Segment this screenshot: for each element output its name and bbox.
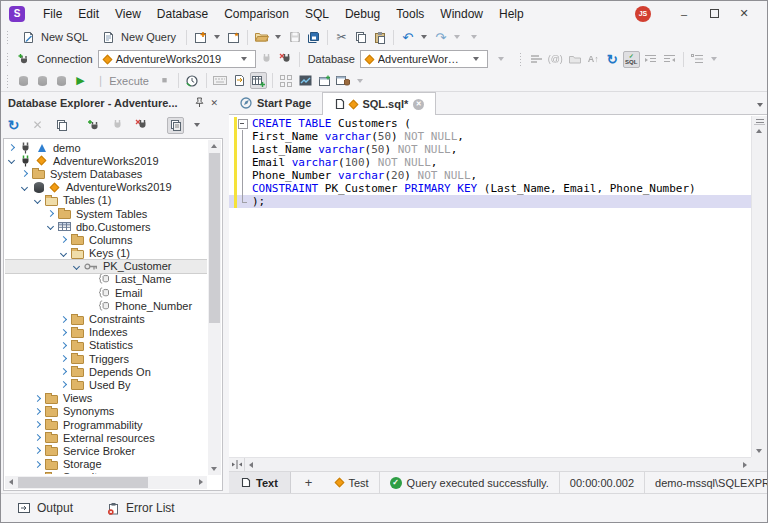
execute-button[interactable]: ❘ Execute	[91, 72, 154, 89]
delete-icon[interactable]: ✕	[29, 117, 46, 134]
chart-view-icon[interactable]	[297, 72, 314, 89]
panel-new-connection-icon[interactable]	[85, 117, 102, 134]
chevron-closed-icon[interactable]	[34, 395, 41, 402]
tree-item-depends-on[interactable]: Depends On	[5, 365, 207, 378]
tree-item-system-tables[interactable]: System Tables	[5, 207, 207, 220]
panel-overflow-dropdown[interactable]	[194, 123, 200, 127]
fold-minus-icon[interactable]	[237, 117, 248, 130]
chevron-closed-icon[interactable]	[60, 381, 67, 388]
tree-hscroll-thumb[interactable]	[18, 477, 148, 488]
scroll-down-icon[interactable]	[211, 467, 217, 471]
text-case-icon[interactable]: A↑	[585, 51, 602, 68]
code-line[interactable]: Email varchar(100) NOT NULL,	[229, 156, 751, 169]
code-line[interactable]: CONSTRAINT PK_Customer PRIMARY KEY (Last…	[229, 182, 751, 195]
menu-comparison[interactable]: Comparison	[216, 4, 297, 24]
chevron-closed-icon[interactable]	[60, 368, 67, 375]
menu-database[interactable]: Database	[149, 4, 216, 24]
comment-icon[interactable]	[528, 51, 545, 68]
menu-view[interactable]: View	[107, 4, 149, 24]
chevron-open-icon[interactable]	[73, 263, 80, 270]
tree-item-tables-1-[interactable]: Tables (1)	[5, 194, 207, 207]
tree-horizontal-scrollbar[interactable]	[5, 476, 207, 489]
editor-hsplit-button[interactable]	[229, 458, 245, 471]
code-line[interactable]: Phone_Number varchar(20) NOT NULL,	[229, 169, 751, 182]
format-sql-button[interactable]: ✓SQL	[623, 51, 640, 68]
tree-item-adventureworks2019[interactable]: AdventureWorks2019	[5, 154, 207, 167]
database-overflow-dropdown[interactable]	[498, 57, 504, 61]
code-editor[interactable]: CREATE TABLE Customers (First_Name varch…	[229, 116, 751, 457]
disconnect-icon[interactable]	[277, 51, 294, 68]
scroll-left-icon[interactable]	[249, 462, 253, 468]
parameter-icon[interactable]: (@)	[547, 51, 564, 68]
layout-blocks-icon[interactable]	[278, 72, 295, 89]
show-system-objects-button[interactable]	[167, 117, 184, 134]
tree-item-demo[interactable]: demo	[5, 141, 207, 154]
tree-item-adventureworks2019[interactable]: AdventureWorks2019	[5, 181, 207, 194]
minimize-button[interactable]: –	[669, 3, 699, 25]
tree-item-external-resources[interactable]: External resources	[5, 431, 207, 444]
open-file-dropdown[interactable]	[275, 35, 281, 39]
chevron-closed-icon[interactable]	[8, 144, 15, 151]
refresh-icon[interactable]: ↻	[5, 117, 22, 134]
copy-icon[interactable]	[352, 29, 369, 46]
tree-item-dbo-customers[interactable]: dbo.Customers	[5, 220, 207, 233]
text-view-tab[interactable]: Text	[229, 472, 291, 493]
panel-disconnect-icon[interactable]	[133, 117, 150, 134]
execute-overflow-dropdown[interactable]	[357, 79, 363, 83]
results-grid-button[interactable]	[250, 72, 267, 89]
connection-combobox[interactable]: AdventureWorks2019	[98, 50, 256, 68]
tree-item-email[interactable]: Email	[5, 286, 207, 299]
save-icon[interactable]	[286, 29, 303, 46]
stop-icon[interactable]: ■	[156, 72, 173, 89]
scroll-up-icon[interactable]	[211, 144, 217, 148]
tabstrip-overflow-dropdown[interactable]	[757, 103, 763, 107]
toolbar-overflow-dropdown[interactable]	[471, 35, 477, 39]
error-list-tool-window[interactable]: Error List	[107, 501, 175, 515]
window-database-icon[interactable]	[335, 72, 352, 89]
tree-item-constraints[interactable]: Constraints	[5, 312, 207, 325]
chevron-closed-icon[interactable]	[60, 236, 67, 243]
panel-title-bar[interactable]: Database Explorer - Adventure... ✕	[1, 92, 225, 113]
scroll-right-icon[interactable]	[199, 479, 203, 485]
editor-vertical-scrollbar[interactable]	[751, 116, 767, 457]
panel-close-icon[interactable]: ✕	[210, 98, 218, 108]
toolbar-grip[interactable]	[6, 30, 10, 44]
export-document-icon[interactable]	[231, 72, 248, 89]
chevron-closed-icon[interactable]	[34, 421, 41, 428]
scroll-left-icon[interactable]	[9, 479, 13, 485]
chevron-closed-icon[interactable]	[60, 329, 67, 336]
tree-vertical-scrollbar[interactable]	[208, 140, 221, 475]
chevron-open-icon[interactable]	[34, 197, 41, 204]
chevron-closed-icon[interactable]	[34, 434, 41, 441]
tree-item-columns[interactable]: Columns	[5, 233, 207, 246]
redo-dropdown[interactable]	[454, 35, 460, 39]
add-view-button[interactable]: +	[291, 472, 327, 493]
new-connection-icon[interactable]	[15, 51, 32, 68]
tree-item-system-databases[interactable]: System Databases	[5, 167, 207, 180]
code-line[interactable]: );	[229, 195, 751, 208]
user-avatar[interactable]: JS	[635, 6, 651, 22]
refresh-code-icon[interactable]: ↻	[604, 51, 621, 68]
menu-sql[interactable]: SQL	[297, 4, 337, 24]
pin-icon[interactable]	[194, 97, 204, 108]
tree-item-synonyms[interactable]: Synonyms	[5, 405, 207, 418]
tab-start-page[interactable]: Start Page	[229, 92, 322, 114]
duplicate-icon[interactable]	[53, 117, 70, 134]
chevron-closed-icon[interactable]	[60, 315, 67, 322]
cut-icon[interactable]: ✂	[333, 29, 350, 46]
toolbar-grip[interactable]	[519, 52, 523, 66]
connect-icon[interactable]	[258, 51, 275, 68]
connection-combo-dropdown[interactable]	[241, 57, 247, 61]
code-line[interactable]: Last_Name varchar(50) NOT NULL,	[229, 143, 751, 156]
outdent-icon[interactable]	[661, 51, 678, 68]
format-overflow-dropdown[interactable]	[711, 57, 717, 61]
chevron-open-icon[interactable]	[60, 250, 67, 257]
scroll-down-icon[interactable]	[756, 449, 762, 453]
tree-item-indexes[interactable]: Indexes	[5, 326, 207, 339]
undo-icon[interactable]: ↶	[399, 29, 416, 46]
new-document-dropdown[interactable]	[214, 35, 220, 39]
chevron-closed-icon[interactable]	[60, 355, 67, 362]
menu-tools[interactable]: Tools	[388, 4, 432, 24]
tree-item-triggers[interactable]: Triggers	[5, 352, 207, 365]
menu-debug[interactable]: Debug	[337, 4, 388, 24]
